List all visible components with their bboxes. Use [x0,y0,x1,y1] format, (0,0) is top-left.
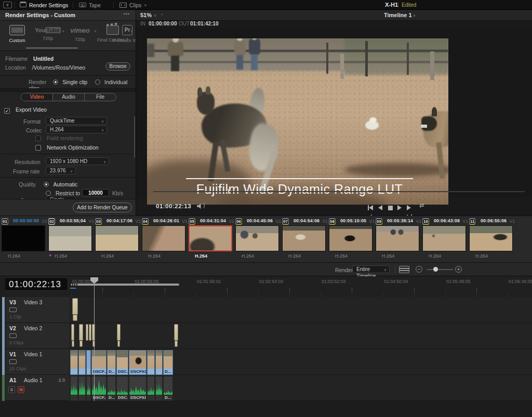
timeline-view-icon[interactable] [399,266,409,273]
video-frame[interactable]: Fujifilm Wide Dynamic Range LUT [147,38,448,205]
timeline-clip[interactable] [86,350,91,375]
timeline-timecode[interactable]: 01:00:22:13 [2,277,68,291]
tab-audio[interactable]: Audio [53,93,85,101]
audio-clip[interactable] [86,376,91,401]
preset-custom[interactable]: Custom [4,24,30,43]
zoom-out-button[interactable]: − [416,266,422,273]
strip-clip-4[interactable]: 0400:04:26:01V1 H.264 [142,216,188,263]
preset-vimeo[interactable]: vimeo 720p ∨ [66,24,94,42]
track-lane-v2[interactable] [69,323,532,349]
timeline-playhead[interactable] [94,277,95,401]
chevron-down-icon[interactable]: ∨ [154,14,156,18]
frame-rate-dropdown[interactable]: 23.976∨ [46,167,76,174]
audio-clip[interactable] [147,376,155,401]
resolution-dropdown[interactable]: 1920 x 1080 HD∨ [46,157,109,165]
network-optimization-checkbox[interactable] [35,145,41,151]
title-clip-handle[interactable] [175,341,178,347]
title-clip[interactable] [174,324,178,341]
format-dropdown[interactable]: QuickTime∨ [46,117,107,125]
zoom-slider-knob[interactable] [433,267,438,272]
strip-clip-8[interactable]: 0800:05:10:05V1 H.264 [329,216,375,263]
bitrate-input[interactable]: 10000 [82,189,109,196]
strip-clip-6[interactable]: 0600:04:45:06V1 H.264 [235,216,281,263]
solo-button[interactable]: S [8,386,15,393]
timeline-clip[interactable] [70,350,78,375]
preset-scrollbar[interactable] [26,47,78,49]
mute-button[interactable]: M [18,386,24,393]
play-reverse-button[interactable] [378,203,385,209]
title-clip[interactable] [86,324,88,341]
track-header-v2[interactable]: V2 Video 2 6 Clips [5,323,69,349]
track-header-v1[interactable]: V1 Video 1 10 Clips [5,349,69,375]
track-lane-v3[interactable] [69,297,532,323]
last-frame-button[interactable] [407,203,414,209]
title-clip[interactable] [92,324,95,341]
timeline-clip[interactable]: D... [163,350,173,375]
field-rendering-checkbox[interactable] [35,136,41,141]
export-video-checkbox[interactable]: ✓ [4,108,10,114]
individual-clips-radio[interactable] [95,79,100,85]
title-clip-handle[interactable] [73,315,77,321]
title-clip-handle[interactable] [117,341,120,347]
single-clip-radio[interactable] [53,79,58,85]
viewer-zoom-level[interactable]: 51% [140,12,152,18]
preset-premiere[interactable]: Pr Premiere XML [111,24,136,43]
panel-options-icon[interactable]: ••• [124,11,130,17]
workspace-toggle-icon[interactable]: ∨ [3,2,12,8]
add-to-render-queue-button[interactable]: Add to Render Queue [73,203,132,212]
stop-button[interactable] [388,203,395,209]
title-clip[interactable] [117,324,121,341]
timeline-clip[interactable] [147,350,155,375]
title-clip-handle[interactable] [79,341,83,347]
render-mode-dropdown[interactable]: Entire Timeline∨ [352,265,390,273]
title-clip[interactable] [72,298,78,315]
tab-tape[interactable]: Tape [79,0,101,10]
audio-clip[interactable]: DSCF91... [129,376,147,401]
filename-value[interactable]: Untitled [33,56,54,62]
play-button[interactable] [397,203,405,209]
timeline-clip[interactable] [78,350,86,375]
tab-video[interactable]: Video [21,93,53,101]
title-clip[interactable] [79,324,83,341]
track-header-v3[interactable]: V3 Video 3 1 Clip [5,297,69,323]
strip-clip-1[interactable]: 0100:00:00:00V2 H.264 [2,216,47,263]
browse-button[interactable]: Browse [105,62,130,71]
audio-clip[interactable] [70,376,78,401]
quality-restrict-radio[interactable] [46,191,51,196]
zoom-in-button[interactable]: + [455,266,462,273]
loop-icon[interactable]: ⇄ [419,202,424,209]
strip-clip-11[interactable]: 1100:06:55:06V1 H.264 [469,216,515,263]
title-clip[interactable] [89,324,91,341]
chevron-down-icon[interactable]: ∨ [413,14,416,18]
title-clip[interactable] [71,324,74,341]
preset-youtube[interactable]: YouTube 720p ∨ [33,24,62,41]
strip-clip-10[interactable]: 1000:06:43:09V1 H.264 [422,216,468,263]
track-header-a1[interactable]: A1 Audio 1 2.0 S M [5,375,69,401]
quality-automatic-radio[interactable] [44,182,49,187]
strip-clip-9[interactable]: 0900:05:39:14V1 H.264 [376,216,421,263]
timeline-selector[interactable]: Timeline 1 [384,12,412,18]
audio-clip[interactable]: DSC... [116,376,128,401]
zoom-slider-track[interactable] [427,269,453,270]
panel-scrollbar[interactable] [134,116,135,158]
timeline-clip[interactable]: DSC... [116,350,128,375]
audio-clip[interactable]: D... [163,376,173,401]
first-frame-button[interactable] [368,203,375,209]
strip-clip-2[interactable]: 0200:03:55;04V1 + H.264 [48,216,94,263]
speaker-icon[interactable] [197,204,202,209]
tab-clips[interactable]: Clips ∨ [119,0,147,10]
timeline-clip[interactable]: DSCF91... [129,350,147,375]
location-value[interactable]: /Volumes/Ross/Vimeo [32,64,86,71]
audio-clip[interactable]: D... [107,376,116,401]
chevron-down-icon[interactable]: ∨ [62,29,64,33]
title-clip-handle[interactable] [72,341,74,347]
tab-file[interactable]: File [85,93,116,101]
strip-clip-7[interactable]: 0700:04:54:06V1 H.264 [282,216,328,263]
viewer-scrubber[interactable] [153,191,525,192]
timeline-clip[interactable] [155,350,163,375]
audio-clip[interactable] [155,376,163,401]
viewer-playhead[interactable] [228,189,229,194]
tab-render-settings[interactable]: Render Settings [20,0,68,10]
strip-clip-3[interactable]: 0300:04:17:06V1 H.264 [95,216,141,263]
audio-clip[interactable] [78,376,86,401]
